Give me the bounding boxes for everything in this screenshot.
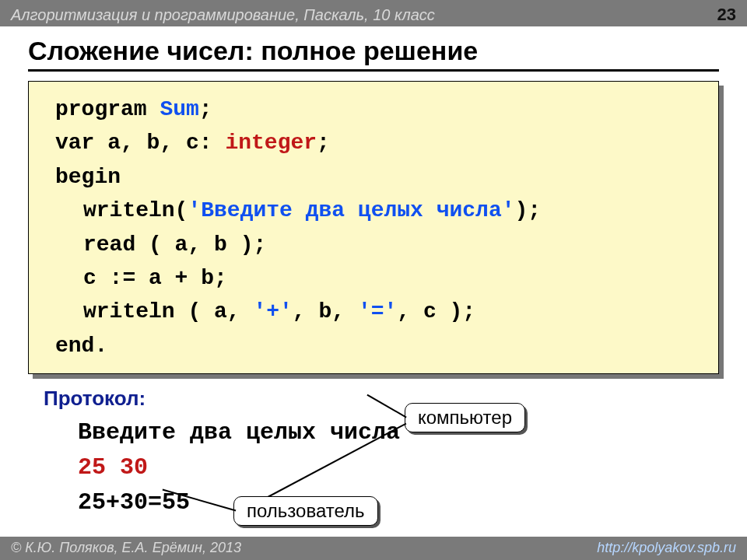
- course-title: Алгоритмизация и программирование, Паска…: [11, 6, 435, 24]
- protocol-line: 25+30=55: [78, 485, 747, 520]
- code-line: c := a + b;: [55, 261, 703, 295]
- footer-url: http://kpolyakov.spb.ru: [597, 540, 736, 560]
- footer-bar: © К.Ю. Поляков, Е.А. Ерёмин, 2013 http:/…: [0, 537, 747, 560]
- slide-title: Сложение чисел: полное решение: [0, 26, 747, 69]
- code-listing: program Sum; var a, b, c: integer; begin…: [28, 81, 719, 374]
- code-line: program Sum;: [55, 93, 703, 126]
- header-bar: Алгоритмизация и программирование, Паска…: [0, 0, 747, 26]
- protocol-label: Протокол:: [44, 387, 747, 411]
- code-line: var a, b, c: integer;: [55, 126, 703, 159]
- code-panel: program Sum; var a, b, c: integer; begin…: [28, 81, 719, 374]
- callout-user: пользователь: [233, 496, 378, 526]
- title-rule: [28, 69, 719, 72]
- code-line: read ( a, b );: [55, 228, 703, 261]
- page-number: 23: [717, 5, 736, 25]
- code-line: begin: [55, 160, 703, 194]
- code-line: writeln('Введите два целых числа');: [55, 194, 703, 227]
- copyright: © К.Ю. Поляков, Е.А. Ерёмин, 2013: [11, 540, 241, 560]
- protocol-line-input: 25 30: [78, 450, 747, 485]
- code-line: end.: [55, 329, 703, 362]
- callout-computer: компьютер: [405, 403, 525, 432]
- code-line: writeln ( a, '+', b, '=', c );: [55, 295, 703, 328]
